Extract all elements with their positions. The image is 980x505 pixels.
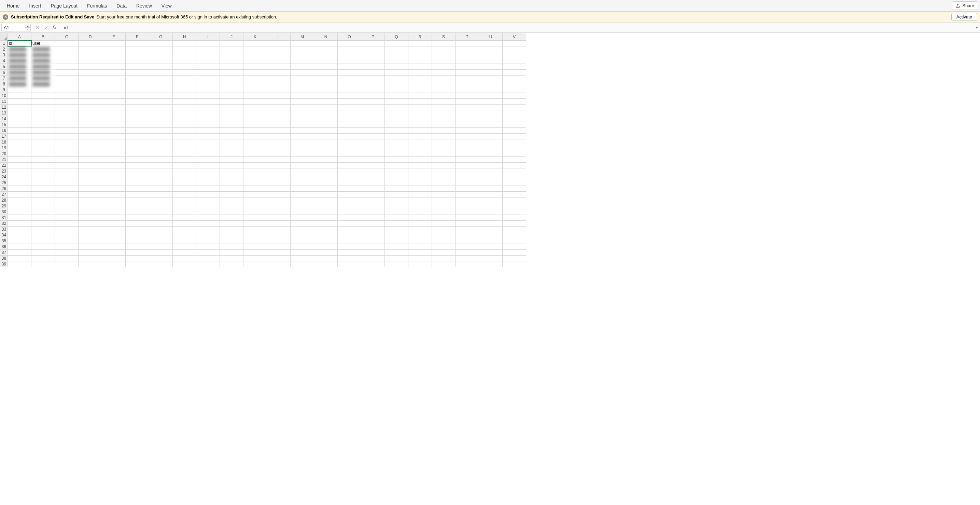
cell-L3[interactable]	[267, 52, 291, 58]
cell-M22[interactable]	[291, 162, 314, 169]
cell-D10[interactable]	[78, 93, 102, 99]
enter-icon[interactable]: ✓	[44, 25, 49, 30]
cell-O8[interactable]	[338, 81, 361, 87]
cell-M3[interactable]	[291, 52, 314, 58]
cell-V30[interactable]	[503, 209, 526, 215]
cell-D17[interactable]	[78, 134, 102, 139]
cell-K8[interactable]	[243, 81, 267, 87]
cell-S3[interactable]	[432, 52, 455, 58]
cell-T37[interactable]	[455, 250, 479, 256]
cell-F16[interactable]	[126, 128, 149, 134]
cell-D7[interactable]	[78, 75, 102, 81]
cell-V13[interactable]	[503, 110, 526, 116]
cell-V21[interactable]	[503, 157, 526, 162]
select-all-corner[interactable]	[0, 33, 8, 41]
cell-I33[interactable]	[196, 226, 220, 233]
cell-G5[interactable]	[149, 64, 173, 70]
cell-F17[interactable]	[126, 134, 149, 139]
cell-F2[interactable]	[126, 46, 149, 52]
cell-S9[interactable]	[432, 87, 455, 93]
cell-V35[interactable]	[503, 238, 526, 244]
cell-P23[interactable]	[361, 169, 385, 174]
cell-V18[interactable]	[503, 139, 526, 145]
cell-S14[interactable]	[432, 116, 455, 122]
cell-K11[interactable]	[243, 99, 267, 105]
cell-O20[interactable]	[338, 151, 361, 157]
row-header-5[interactable]: 5	[0, 64, 8, 70]
cell-M17[interactable]	[291, 134, 314, 139]
cell-P11[interactable]	[361, 99, 385, 105]
cell-B16[interactable]	[32, 128, 55, 134]
cell-R5[interactable]	[408, 64, 432, 70]
cell-J8[interactable]	[220, 81, 243, 87]
cell-I2[interactable]	[196, 46, 220, 52]
cell-V17[interactable]	[503, 134, 526, 139]
cell-R17[interactable]	[408, 134, 432, 139]
cell-U9[interactable]	[479, 87, 503, 93]
cell-R35[interactable]	[408, 238, 432, 244]
cell-I32[interactable]	[196, 221, 220, 226]
cell-U1[interactable]	[479, 41, 503, 46]
cell-H7[interactable]	[173, 75, 196, 81]
cell-H21[interactable]	[173, 157, 196, 162]
cell-H16[interactable]	[173, 128, 196, 134]
cell-P21[interactable]	[361, 157, 385, 162]
cell-R26[interactable]	[408, 186, 432, 192]
cell-E36[interactable]	[102, 244, 126, 250]
cell-I26[interactable]	[196, 186, 220, 192]
cell-Q17[interactable]	[385, 134, 408, 139]
cell-A1[interactable]: id	[8, 41, 32, 46]
cell-G35[interactable]	[149, 238, 173, 244]
cell-E37[interactable]	[102, 250, 126, 256]
cell-F7[interactable]	[126, 75, 149, 81]
cell-G9[interactable]	[149, 87, 173, 93]
cell-I24[interactable]	[196, 174, 220, 180]
cell-O23[interactable]	[338, 169, 361, 174]
cell-Q2[interactable]	[385, 46, 408, 52]
cell-J29[interactable]	[220, 203, 243, 209]
cell-F13[interactable]	[126, 110, 149, 116]
cell-G14[interactable]	[149, 116, 173, 122]
cell-L5[interactable]	[267, 64, 291, 70]
cell-K10[interactable]	[243, 93, 267, 99]
cell-K25[interactable]	[243, 180, 267, 186]
cell-O10[interactable]	[338, 93, 361, 99]
cell-P35[interactable]	[361, 238, 385, 244]
column-header-K[interactable]: K	[243, 33, 267, 41]
cell-U23[interactable]	[479, 169, 503, 174]
cell-B10[interactable]	[32, 93, 55, 99]
cell-N5[interactable]	[314, 64, 338, 70]
cell-V7[interactable]	[503, 75, 526, 81]
cell-L21[interactable]	[267, 157, 291, 162]
cell-H12[interactable]	[173, 105, 196, 110]
cell-Q39[interactable]	[385, 261, 408, 267]
cell-G18[interactable]	[149, 139, 173, 145]
cell-B19[interactable]	[32, 145, 55, 151]
cell-E38[interactable]	[102, 256, 126, 261]
cell-V6[interactable]	[503, 70, 526, 75]
cell-U29[interactable]	[479, 203, 503, 209]
row-header-38[interactable]: 38	[0, 256, 8, 261]
cell-V31[interactable]	[503, 215, 526, 221]
cell-A10[interactable]	[8, 93, 32, 99]
cell-N9[interactable]	[314, 87, 338, 93]
cell-I31[interactable]	[196, 215, 220, 221]
cell-H28[interactable]	[173, 198, 196, 203]
cell-C13[interactable]	[55, 110, 78, 116]
cell-N28[interactable]	[314, 198, 338, 203]
cell-U20[interactable]	[479, 151, 503, 157]
cell-L14[interactable]	[267, 116, 291, 122]
cell-M36[interactable]	[291, 244, 314, 250]
cell-R7[interactable]	[408, 75, 432, 81]
cell-R10[interactable]	[408, 93, 432, 99]
cell-Q11[interactable]	[385, 99, 408, 105]
cell-G24[interactable]	[149, 174, 173, 180]
column-header-L[interactable]: L	[267, 33, 291, 41]
cell-J27[interactable]	[220, 192, 243, 198]
cell-N10[interactable]	[314, 93, 338, 99]
cell-R20[interactable]	[408, 151, 432, 157]
cell-C16[interactable]	[55, 128, 78, 134]
cell-H32[interactable]	[173, 221, 196, 226]
cell-L26[interactable]	[267, 186, 291, 192]
cell-U28[interactable]	[479, 198, 503, 203]
